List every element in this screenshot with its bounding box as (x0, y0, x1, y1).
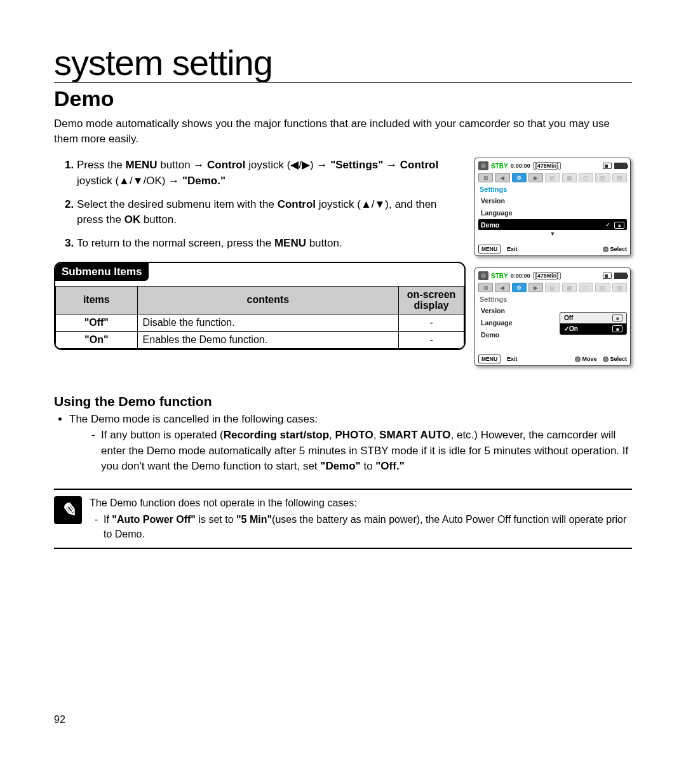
stby-label: STBY (491, 163, 508, 170)
submenu-box: Submenu Items items contents on-screen d… (54, 262, 466, 350)
intro-text: Demo mode automatically shows you the ma… (54, 116, 632, 147)
tab-bar: ⊞◀⚙▶▤▦◫▥▧ (478, 173, 627, 182)
th-display: on-screen display (399, 286, 464, 314)
card-icon (603, 273, 612, 279)
menu-row-version: Version (478, 195, 627, 206)
elapsed-time: 0:00:00 (511, 163, 530, 169)
battery-icon (614, 273, 627, 279)
table-row: "Off" Disable the function. - (56, 314, 464, 331)
note-box: ✎ The Demo function does not operate in … (54, 489, 632, 549)
using-bullet: The Demo mode is cancelled in the follow… (69, 413, 318, 425)
note-lead: The Demo function does not operate in th… (90, 497, 357, 508)
settings-label: Settings (480, 186, 627, 193)
camcorder-icon (478, 271, 488, 280)
chapter-title: system setting (54, 44, 632, 83)
battery-icon (614, 163, 627, 169)
using-title: Using the Demo function (54, 394, 632, 409)
using-subitem: If any button is operated (Recording sta… (101, 428, 632, 475)
move-label: Move (582, 356, 596, 362)
step-1: Press the MENU button → Control joystick… (77, 158, 466, 189)
stby-label: STBY (491, 273, 508, 280)
lcd-screenshot-2: STBY 0:00:00 [475Min] ⊞◀⚙▶▤▦◫▥▧ Settings… (474, 267, 631, 366)
card-icon (603, 163, 612, 169)
select-label: Select (610, 246, 627, 252)
elapsed-time: 0:00:00 (511, 273, 530, 279)
demo-options-popup: Off▣ ✓On▣ (560, 312, 627, 335)
note-item: If "Auto Power Off" is set to "5 Min"(us… (104, 513, 632, 541)
exit-label: Exit (507, 356, 518, 362)
scroll-down-icon: ▼ (550, 231, 556, 237)
camcorder-icon (478, 161, 488, 170)
submenu-badge: Submenu Items (55, 263, 149, 281)
menu-button-label: MENU (478, 355, 501, 363)
table-row: "On" Enables the Demo function. - (56, 331, 464, 348)
section-title: Demo (54, 86, 632, 111)
menu-row-demo: Demo✓▣ (478, 219, 627, 230)
remaining-time: [475Min] (533, 272, 562, 280)
th-contents: contents (137, 286, 399, 314)
submenu-table: items contents on-screen display "Off" D… (55, 286, 464, 349)
settings-label: Settings (480, 295, 627, 303)
option-on: ✓On▣ (560, 323, 626, 334)
option-off: Off▣ (560, 313, 626, 323)
menu-row-language: Language (478, 207, 627, 218)
remaining-time: [475Min] (533, 162, 562, 170)
step-3: To return to the normal screen, press th… (77, 236, 466, 252)
using-list: The Demo mode is cancelled in the follow… (54, 412, 632, 475)
step-2: Select the desired submenu item with the… (77, 197, 466, 228)
menu-button-label: MENU (478, 245, 501, 253)
lcd-screenshot-1: STBY 0:00:00 [475Min] ⊞◀⚙▶▤▦◫▥▧ Settings… (474, 158, 631, 256)
note-icon: ✎ (54, 496, 82, 524)
th-items: items (56, 286, 138, 314)
page-number: 92 (54, 714, 632, 726)
select-label: Select (610, 356, 627, 362)
exit-label: Exit (507, 246, 518, 252)
tab-bar: ⊞◀⚙▶▤▦◫▥▧ (478, 283, 627, 292)
steps-list: Press the MENU button → Control joystick… (54, 158, 466, 251)
